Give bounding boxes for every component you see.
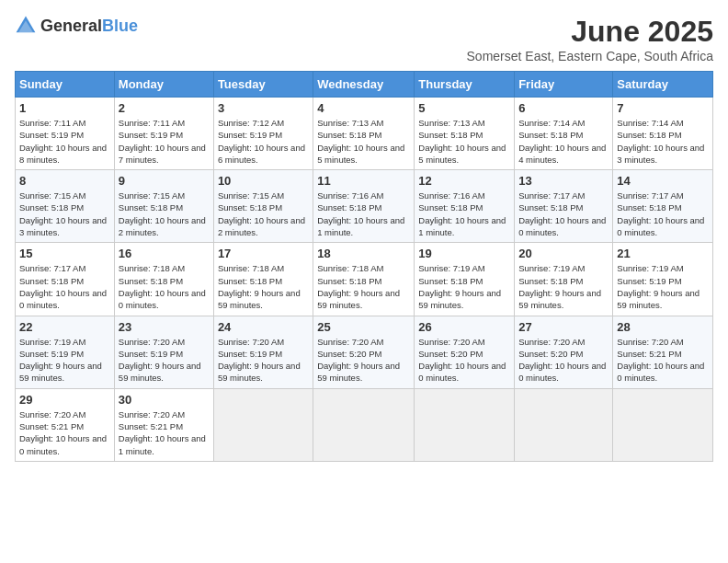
day-number: 27 — [518, 320, 609, 334]
col-header-tuesday: Tuesday — [213, 72, 313, 98]
calendar-week-row: 1 Sunrise: 7:11 AM Sunset: 5:19 PM Dayli… — [16, 98, 713, 170]
day-detail: Sunrise: 7:19 AM Sunset: 5:18 PM Dayligh… — [518, 263, 601, 310]
day-number: 13 — [518, 174, 609, 188]
calendar-cell: 16 Sunrise: 7:18 AM Sunset: 5:18 PM Dayl… — [114, 243, 213, 316]
calendar-week-row: 29 Sunrise: 7:20 AM Sunset: 5:21 PM Dayl… — [16, 388, 713, 461]
calendar-body: 1 Sunrise: 7:11 AM Sunset: 5:19 PM Dayli… — [16, 98, 713, 462]
calendar-cell: 3 Sunrise: 7:12 AM Sunset: 5:19 PM Dayli… — [213, 98, 313, 170]
calendar-cell: 5 Sunrise: 7:13 AM Sunset: 5:18 PM Dayli… — [415, 98, 515, 170]
calendar-cell: 14 Sunrise: 7:17 AM Sunset: 5:18 PM Dayl… — [613, 170, 713, 243]
day-detail: Sunrise: 7:14 AM Sunset: 5:18 PM Dayligh… — [617, 118, 704, 165]
calendar-cell: 2 Sunrise: 7:11 AM Sunset: 5:19 PM Dayli… — [114, 98, 213, 170]
day-number: 11 — [317, 174, 410, 188]
calendar-week-row: 22 Sunrise: 7:19 AM Sunset: 5:19 PM Dayl… — [16, 316, 713, 388]
calendar-cell: 19 Sunrise: 7:19 AM Sunset: 5:18 PM Dayl… — [415, 243, 515, 316]
calendar-cell: 12 Sunrise: 7:16 AM Sunset: 5:18 PM Dayl… — [415, 170, 515, 243]
day-number: 28 — [617, 320, 709, 334]
day-detail: Sunrise: 7:17 AM Sunset: 5:18 PM Dayligh… — [617, 190, 704, 237]
day-detail: Sunrise: 7:20 AM Sunset: 5:20 PM Dayligh… — [317, 337, 400, 384]
calendar-cell — [213, 388, 313, 461]
day-detail: Sunrise: 7:15 AM Sunset: 5:18 PM Dayligh… — [19, 190, 107, 237]
day-detail: Sunrise: 7:14 AM Sunset: 5:18 PM Dayligh… — [518, 118, 606, 165]
day-detail: Sunrise: 7:18 AM Sunset: 5:18 PM Dayligh… — [218, 263, 301, 310]
calendar-cell: 27 Sunrise: 7:20 AM Sunset: 5:20 PM Dayl… — [515, 316, 613, 388]
day-number: 12 — [418, 174, 510, 188]
header: GeneralBlue June 2025 Somerset East, Eas… — [15, 15, 713, 63]
calendar-cell: 18 Sunrise: 7:18 AM Sunset: 5:18 PM Dayl… — [313, 243, 415, 316]
day-number: 4 — [317, 101, 410, 115]
day-number: 6 — [518, 101, 609, 115]
logo-general: General — [40, 17, 102, 35]
day-number: 3 — [218, 101, 309, 115]
day-detail: Sunrise: 7:20 AM Sunset: 5:19 PM Dayligh… — [119, 337, 201, 384]
day-number: 19 — [418, 247, 510, 260]
day-detail: Sunrise: 7:17 AM Sunset: 5:18 PM Dayligh… — [518, 190, 606, 237]
day-number: 10 — [218, 174, 309, 188]
day-detail: Sunrise: 7:20 AM Sunset: 5:20 PM Dayligh… — [518, 337, 606, 384]
logo: GeneralBlue — [15, 15, 138, 37]
day-detail: Sunrise: 7:16 AM Sunset: 5:18 PM Dayligh… — [418, 190, 506, 237]
day-number: 29 — [19, 393, 110, 407]
day-detail: Sunrise: 7:13 AM Sunset: 5:18 PM Dayligh… — [418, 118, 506, 165]
day-number: 15 — [19, 247, 110, 260]
day-detail: Sunrise: 7:20 AM Sunset: 5:21 PM Dayligh… — [19, 409, 107, 456]
calendar-cell: 23 Sunrise: 7:20 AM Sunset: 5:19 PM Dayl… — [114, 316, 213, 388]
calendar-table: SundayMondayTuesdayWednesdayThursdayFrid… — [15, 71, 713, 462]
day-number: 23 — [119, 320, 210, 334]
calendar-cell — [313, 388, 415, 461]
day-number: 20 — [518, 247, 609, 260]
col-header-sunday: Sunday — [16, 72, 115, 98]
day-number: 9 — [119, 174, 210, 188]
day-number: 8 — [19, 174, 110, 188]
day-detail: Sunrise: 7:15 AM Sunset: 5:18 PM Dayligh… — [218, 190, 305, 237]
day-number: 26 — [418, 320, 510, 334]
day-number: 1 — [19, 101, 110, 115]
day-number: 14 — [617, 174, 709, 188]
calendar-cell: 13 Sunrise: 7:17 AM Sunset: 5:18 PM Dayl… — [515, 170, 613, 243]
calendar-cell: 4 Sunrise: 7:13 AM Sunset: 5:18 PM Dayli… — [313, 98, 415, 170]
title-area: June 2025 Somerset East, Eastern Cape, S… — [467, 15, 713, 63]
calendar-cell: 26 Sunrise: 7:20 AM Sunset: 5:20 PM Dayl… — [415, 316, 515, 388]
logo-text: GeneralBlue — [40, 17, 138, 36]
day-number: 24 — [218, 320, 309, 334]
col-header-thursday: Thursday — [415, 72, 515, 98]
col-header-saturday: Saturday — [613, 72, 713, 98]
day-detail: Sunrise: 7:18 AM Sunset: 5:18 PM Dayligh… — [119, 263, 206, 310]
day-detail: Sunrise: 7:12 AM Sunset: 5:19 PM Dayligh… — [218, 118, 305, 165]
logo-icon — [15, 15, 37, 37]
calendar-week-row: 15 Sunrise: 7:17 AM Sunset: 5:18 PM Dayl… — [16, 243, 713, 316]
day-detail: Sunrise: 7:19 AM Sunset: 5:19 PM Dayligh… — [19, 337, 102, 384]
day-detail: Sunrise: 7:15 AM Sunset: 5:18 PM Dayligh… — [119, 190, 206, 237]
col-header-wednesday: Wednesday — [313, 72, 415, 98]
month-title: June 2025 — [467, 15, 713, 49]
col-header-friday: Friday — [515, 72, 613, 98]
day-number: 21 — [617, 247, 709, 260]
calendar-cell: 6 Sunrise: 7:14 AM Sunset: 5:18 PM Dayli… — [515, 98, 613, 170]
calendar-cell: 7 Sunrise: 7:14 AM Sunset: 5:18 PM Dayli… — [613, 98, 713, 170]
day-number: 17 — [218, 247, 309, 260]
day-number: 22 — [19, 320, 110, 334]
day-number: 5 — [418, 101, 510, 115]
day-detail: Sunrise: 7:20 AM Sunset: 5:19 PM Dayligh… — [218, 337, 301, 384]
calendar-cell — [515, 388, 613, 461]
day-detail: Sunrise: 7:20 AM Sunset: 5:21 PM Dayligh… — [617, 337, 704, 384]
calendar-cell: 28 Sunrise: 7:20 AM Sunset: 5:21 PM Dayl… — [613, 316, 713, 388]
calendar-cell: 24 Sunrise: 7:20 AM Sunset: 5:19 PM Dayl… — [213, 316, 313, 388]
calendar-cell: 8 Sunrise: 7:15 AM Sunset: 5:18 PM Dayli… — [16, 170, 115, 243]
day-number: 30 — [119, 393, 210, 407]
day-detail: Sunrise: 7:19 AM Sunset: 5:18 PM Dayligh… — [418, 263, 501, 310]
day-detail: Sunrise: 7:11 AM Sunset: 5:19 PM Dayligh… — [119, 118, 206, 165]
calendar-cell: 10 Sunrise: 7:15 AM Sunset: 5:18 PM Dayl… — [213, 170, 313, 243]
day-number: 25 — [317, 320, 410, 334]
day-number: 2 — [119, 101, 210, 115]
day-detail: Sunrise: 7:11 AM Sunset: 5:19 PM Dayligh… — [19, 118, 107, 165]
calendar-header-row: SundayMondayTuesdayWednesdayThursdayFrid… — [16, 72, 713, 98]
calendar-cell: 21 Sunrise: 7:19 AM Sunset: 5:19 PM Dayl… — [613, 243, 713, 316]
calendar-cell: 17 Sunrise: 7:18 AM Sunset: 5:18 PM Dayl… — [213, 243, 313, 316]
calendar-cell: 25 Sunrise: 7:20 AM Sunset: 5:20 PM Dayl… — [313, 316, 415, 388]
calendar-cell: 29 Sunrise: 7:20 AM Sunset: 5:21 PM Dayl… — [16, 388, 115, 461]
day-detail: Sunrise: 7:13 AM Sunset: 5:18 PM Dayligh… — [317, 118, 404, 165]
day-number: 7 — [617, 101, 709, 115]
day-detail: Sunrise: 7:17 AM Sunset: 5:18 PM Dayligh… — [19, 263, 107, 310]
calendar-cell: 20 Sunrise: 7:19 AM Sunset: 5:18 PM Dayl… — [515, 243, 613, 316]
